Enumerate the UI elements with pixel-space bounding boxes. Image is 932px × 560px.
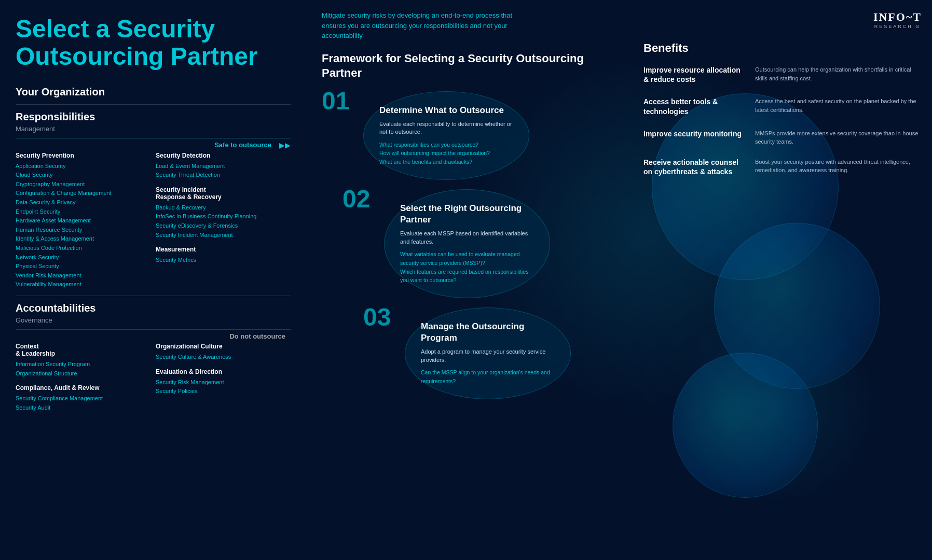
divider-org xyxy=(16,104,291,105)
step-3-bubble: Manage the Outsourcing Program Adopt a p… xyxy=(405,307,571,399)
item-backup[interactable]: Backup & Recovery xyxy=(156,203,291,213)
measurement-title: Measurement xyxy=(156,246,291,253)
item-data-security[interactable]: Data Security & Privacy xyxy=(16,198,150,207)
item-config-change[interactable]: Configuration & Change Management xyxy=(16,189,150,198)
safe-arrow-icon: ▶▶ xyxy=(279,141,291,149)
step-2: 02 Select the Right Outsourcing Partner … xyxy=(342,189,618,298)
step-1-title: Determine What to Outsource xyxy=(379,105,513,116)
item-sec-policies[interactable]: Security Policies xyxy=(156,387,291,396)
benefit-3-left: Improve security monitoring xyxy=(643,129,747,146)
responsibilities-columns: Security Prevention Application Security… xyxy=(16,152,291,289)
item-app-security[interactable]: Application Security xyxy=(16,162,150,171)
benefit-4: Receive actionable counsel on cyberthrea… xyxy=(643,158,922,178)
benefit-2-right: Access the best and safest security on t… xyxy=(755,97,922,117)
benefit-2-left: Access better tools & technologies xyxy=(643,97,747,117)
benefit-1-left: Improve resource allocation & reduce cos… xyxy=(643,65,747,86)
item-sec-audit[interactable]: Security Audit xyxy=(16,403,150,413)
culture-title: Organizational Culture xyxy=(156,343,291,350)
step-2-bubble: Select the Right Outsourcing Partner Eva… xyxy=(384,189,550,298)
benefit-3-desc: MMSPs provide more extensive security co… xyxy=(755,129,922,146)
step-3-title: Manage the Outsourcing Program xyxy=(421,321,555,344)
benefit-3: Improve security monitoring MMSPs provid… xyxy=(643,129,922,146)
detection-col: Security Detection Load & Event Manageme… xyxy=(156,152,291,289)
step-1-desc: Evaluate each responsibility to determin… xyxy=(379,120,513,136)
step-1-q1: What responsibilities can you outsource? xyxy=(379,141,513,149)
step-1-q2: How will outsourcing impact the organiza… xyxy=(379,149,513,158)
item-ediscovery[interactable]: Security eDiscovery & Forensics xyxy=(156,221,291,231)
org-title: Your Organization xyxy=(16,86,291,98)
step-2-desc: Evaluate each MSSP based on identified v… xyxy=(400,230,534,246)
item-metrics[interactable]: Security Metrics xyxy=(156,256,291,265)
subtitle: Mitigate security risks by developing an… xyxy=(322,10,519,41)
step-3-q1: Can the MSSP align to your organization'… xyxy=(421,368,555,386)
benefit-1: Improve resource allocation & reduce cos… xyxy=(643,65,922,86)
accountabilities-columns: Context& Leadership Information Security… xyxy=(16,343,291,412)
item-sec-compliance[interactable]: Security Compliance Management xyxy=(16,394,150,403)
step-1-bubble: Determine What to Outsource Evaluate eac… xyxy=(363,91,529,180)
culture-col: Organizational Culture Security Culture … xyxy=(156,343,291,412)
benefit-1-right: Outsourcing can help the organization wi… xyxy=(755,65,922,86)
governance-label: Governance xyxy=(16,316,291,324)
dont-label: Do not outsource xyxy=(229,332,285,340)
right-panel: Benefits Improve resource allocation & r… xyxy=(628,0,932,560)
item-load-event[interactable]: Load & Event Management xyxy=(156,162,291,171)
step-2-q2: Which features are required based on res… xyxy=(400,268,534,285)
item-infosec-bcp[interactable]: InfoSec in Business Continuity Planning xyxy=(156,212,291,221)
eval-title: Evaluation & Direction xyxy=(156,368,291,375)
benefit-4-heading: Receive actionable counsel on cyberthrea… xyxy=(643,158,747,176)
step-2-q1: What variables can be used to evaluate m… xyxy=(400,250,534,268)
compliance-title: Compliance, Audit & Review xyxy=(16,384,150,391)
benefit-1-heading: Improve resource allocation & reduce cos… xyxy=(643,65,747,84)
benefit-4-desc: Boost your security posture with advance… xyxy=(755,158,922,175)
item-malicious[interactable]: Malicious Code Protection xyxy=(16,244,150,253)
benefit-3-right: MMSPs provide more extensive security co… xyxy=(755,129,922,146)
benefit-2: Access better tools & technologies Acces… xyxy=(643,97,922,117)
item-threat-detect[interactable]: Security Threat Detection xyxy=(156,171,291,180)
context-col: Context& Leadership Information Security… xyxy=(16,343,150,412)
item-hardware[interactable]: Hardware Asset Management xyxy=(16,216,150,226)
item-network[interactable]: Network Security xyxy=(16,253,150,262)
step-2-title: Select the Right Outsourcing Partner xyxy=(400,203,534,226)
item-cloud-security[interactable]: Cloud Security xyxy=(16,171,150,180)
step-2-num: 02 xyxy=(342,187,384,212)
safe-label: Safe to outsource xyxy=(214,141,271,149)
item-org-structure[interactable]: Organizational Structure xyxy=(16,369,150,379)
item-human-resource[interactable]: Human Resource Security xyxy=(16,226,150,235)
benefit-4-left: Receive actionable counsel on cyberthrea… xyxy=(643,158,747,178)
step-1-q3: What are the benefits and drawbacks? xyxy=(379,158,513,166)
safe-to-outsource-row: Safe to outsource ▶▶ xyxy=(16,138,291,149)
mgmt-label: Management xyxy=(16,125,291,133)
item-infosec-prog[interactable]: Information Security Program xyxy=(16,360,150,369)
sec-incident-title: Security IncidentResponse & Recovery xyxy=(156,186,291,201)
benefits-title: Benefits xyxy=(643,41,922,55)
context-title: Context& Leadership xyxy=(16,343,150,357)
benefit-4-right: Boost your security posture with advance… xyxy=(755,158,922,178)
benefit-2-desc: Access the best and safest security on t… xyxy=(755,97,922,114)
item-vendor[interactable]: Vendor Risk Management xyxy=(16,271,150,281)
sec-prev-title: Security Prevention xyxy=(16,152,150,159)
item-endpoint[interactable]: Endpoint Security xyxy=(16,207,150,217)
item-vulnerability[interactable]: Vulnerability Management xyxy=(16,280,150,289)
item-incident-mgmt[interactable]: Security Incident Management xyxy=(156,231,291,240)
benefit-2-heading: Access better tools & technologies xyxy=(643,97,747,116)
step-1: 01 Determine What to Outsource Evaluate … xyxy=(322,91,618,180)
do-not-outsource-row: Do not outsource xyxy=(16,329,291,340)
item-risk-mgmt[interactable]: Security Risk Management xyxy=(156,378,291,387)
middle-panel: Mitigate security risks by developing an… xyxy=(306,0,628,560)
item-physical[interactable]: Physical Security xyxy=(16,262,150,271)
divider-acc xyxy=(16,296,291,296)
item-crypto-mgmt[interactable]: Cryptography Management xyxy=(16,180,150,189)
benefit-3-heading: Improve security monitoring xyxy=(643,129,747,138)
acc-title: Accountabilities xyxy=(16,302,291,314)
steps-container: 01 Determine What to Outsource Evaluate … xyxy=(322,91,618,409)
main-title: Select a SecurityOutsourcing Partner xyxy=(16,16,291,71)
framework-title: Framework for Selecting a Security Outso… xyxy=(322,51,618,81)
resp-title: Responsibilities xyxy=(16,111,291,123)
item-culture-awareness[interactable]: Security Culture & Awareness xyxy=(156,353,291,362)
item-identity[interactable]: Identity & Access Management xyxy=(16,234,150,244)
sec-detect-title: Security Detection xyxy=(156,152,291,159)
step-3: 03 Manage the Outsourcing Program Adopt … xyxy=(363,307,618,399)
step-3-num: 03 xyxy=(363,305,405,330)
left-panel: Select a SecurityOutsourcing Partner You… xyxy=(0,0,306,560)
step-3-desc: Adopt a program to manage your security … xyxy=(421,348,555,364)
